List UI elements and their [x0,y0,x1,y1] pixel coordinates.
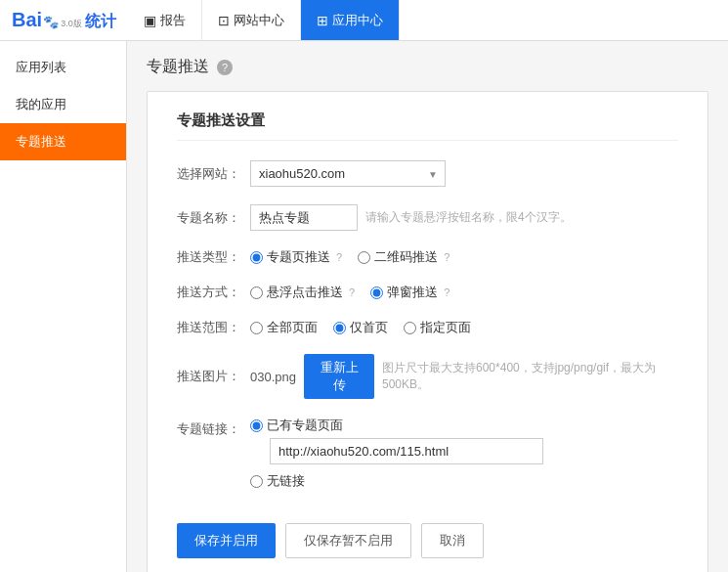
link-none[interactable]: 无链接 [250,472,305,490]
link-existing-row: 已有专题页面 [250,417,678,434]
push-method-float-radio[interactable] [250,286,263,299]
push-type-page[interactable]: 专题页推送 ? [250,248,342,266]
push-type-page-label: 专题页推送 [267,248,330,266]
push-type-qr-help: ? [444,251,450,263]
push-range-all-radio[interactable] [250,322,263,334]
cancel-button[interactable]: 取消 [421,523,484,558]
sidebar-item-my-app-label: 我的应用 [16,97,66,111]
upload-button[interactable]: 重新上传 [304,354,374,399]
push-type-label: 推送类型： [177,248,250,266]
push-method-popup-help: ? [444,286,450,298]
tab-app-center[interactable]: ⊞ 应用中心 [301,0,400,40]
url-input-wrapper [270,438,678,464]
push-method-label: 推送方式： [177,284,250,301]
topic-link-control: 已有专题页面 无链接 [250,417,678,494]
tab-site-center[interactable]: ⊡ 网站中心 [202,0,301,40]
push-method-popup[interactable]: 弹窗推送 ? [370,284,450,301]
link-none-row: 无链接 [250,472,678,490]
logo-version: 3.0版 [61,18,82,30]
button-row: 保存并启用 仅保存暂不启用 取消 [177,513,678,558]
save-disable-button[interactable]: 仅保存暂不启用 [285,523,411,558]
website-select-box: xiaohu520.com ▼ [250,160,446,187]
push-type-qr-radio[interactable] [358,251,370,264]
logo-baidu: Bai [12,9,42,31]
tab-report[interactable]: ▣ 报告 [128,0,202,40]
push-method-popup-radio[interactable] [370,286,383,299]
nav-tabs: ▣ 报告 ⊡ 网站中心 ⊞ 应用中心 [128,0,400,40]
form-row-push-image: 推送图片： 030.png 重新上传 图片尺寸最大支持600*400，支持jpg… [177,354,678,399]
report-icon: ▣ [144,13,156,28]
push-range-home[interactable]: 仅首页 [333,319,388,336]
link-none-label: 无链接 [267,472,305,490]
logo-tongji: 统计 [85,12,116,32]
push-type-qr[interactable]: 二维码推送 ? [358,248,450,266]
push-type-page-radio[interactable] [250,251,263,264]
tab-app-center-label: 应用中心 [332,12,383,29]
push-range-home-label: 仅首页 [350,319,388,336]
link-existing-label: 已有专题页面 [267,417,343,434]
website-label: 选择网站： [177,165,250,183]
logo-brand: Bai 🐾 3.0版 统计 [12,9,116,32]
push-method-control: 悬浮点击推送 ? 弹窗推送 ? [250,284,678,301]
sidebar-item-app-list-label: 应用列表 [16,60,66,74]
save-enable-button[interactable]: 保存并启用 [177,523,276,558]
push-method-float-label: 悬浮点击推送 [267,284,343,301]
topic-link-label: 专题链接： [177,417,250,438]
push-method-float-help: ? [349,286,355,298]
sidebar: 应用列表 我的应用 专题推送 [0,41,127,572]
settings-card: 专题推送设置 选择网站： xiaohu520.com ▼ 专题名称： 请输入专题… [147,91,708,572]
help-icon[interactable]: ? [217,60,233,75]
push-type-control: 专题页推送 ? 二维码推送 ? [250,248,678,266]
push-type-qr-label: 二维码推送 [374,248,438,266]
push-method-float[interactable]: 悬浮点击推送 ? [250,284,355,301]
card-title: 专题推送设置 [177,111,678,141]
sidebar-item-app-list[interactable]: 应用列表 [0,49,126,86]
page-header: 专题推送 ? [147,57,708,77]
sidebar-item-topic-push[interactable]: 专题推送 [0,123,126,160]
topic-link-options: 已有专题页面 无链接 [250,417,678,494]
logo: Bai 🐾 3.0版 统计 [0,0,128,40]
push-image-label: 推送图片： [177,368,250,385]
push-range-home-radio[interactable] [333,322,346,334]
form-row-website: 选择网站： xiaohu520.com ▼ [177,160,678,187]
sidebar-item-topic-push-label: 专题推送 [16,134,66,149]
app-center-icon: ⊞ [317,13,328,28]
main-content: 专题推送 ? 专题推送设置 选择网站： xiaohu520.com ▼ 专题名称… [127,41,728,572]
site-center-icon: ⊡ [218,13,230,28]
form-row-topic-name: 专题名称： 请输入专题悬浮按钮名称，限4个汉字。 [177,204,678,231]
push-range-control: 全部页面 仅首页 指定页面 [250,319,678,336]
form-row-push-method: 推送方式： 悬浮点击推送 ? 弹窗推送 ? [177,284,678,301]
sidebar-item-my-app[interactable]: 我的应用 [0,86,126,123]
topic-name-hint: 请输入专题悬浮按钮名称，限4个汉字。 [365,209,572,226]
form-row-topic-link: 专题链接： 已有专题页面 [177,417,678,494]
push-image-filename: 030.png [250,370,296,384]
website-control: xiaohu520.com ▼ [250,160,678,187]
push-method-popup-label: 弹窗推送 [387,284,438,301]
topic-name-input[interactable] [250,204,358,231]
form-row-push-range: 推送范围： 全部页面 仅首页 指定页面 [177,319,678,336]
push-range-all[interactable]: 全部页面 [250,319,318,336]
tab-site-center-label: 网站中心 [234,12,284,29]
link-none-radio[interactable] [250,475,263,488]
logo-paw: 🐾 [43,15,59,29]
push-range-label: 推送范围： [177,319,250,336]
topic-name-label: 专题名称： [177,209,250,227]
topic-url-input[interactable] [270,438,543,464]
layout: 应用列表 我的应用 专题推送 专题推送 ? 专题推送设置 选择网站： xiaoh… [0,41,728,572]
upload-hint: 图片尺寸最大支持600*400，支持jpg/png/gif，最大为500KB。 [382,360,678,393]
link-existing-radio[interactable] [250,419,263,432]
website-select[interactable]: xiaohu520.com [250,160,446,187]
push-image-control: 030.png 重新上传 图片尺寸最大支持600*400，支持jpg/png/g… [250,354,678,399]
push-range-specific-radio[interactable] [404,322,416,334]
tab-report-label: 报告 [160,12,186,29]
header: Bai 🐾 3.0版 统计 ▣ 报告 ⊡ 网站中心 ⊞ 应用中心 [0,0,728,41]
page-title: 专题推送 [147,57,209,77]
push-range-all-label: 全部页面 [267,319,318,336]
link-existing[interactable]: 已有专题页面 [250,417,343,434]
push-range-specific-label: 指定页面 [420,319,471,336]
push-type-page-help: ? [336,251,342,263]
push-range-specific[interactable]: 指定页面 [404,319,471,336]
form-row-push-type: 推送类型： 专题页推送 ? 二维码推送 ? [177,248,678,266]
topic-name-control: 请输入专题悬浮按钮名称，限4个汉字。 [250,204,678,231]
